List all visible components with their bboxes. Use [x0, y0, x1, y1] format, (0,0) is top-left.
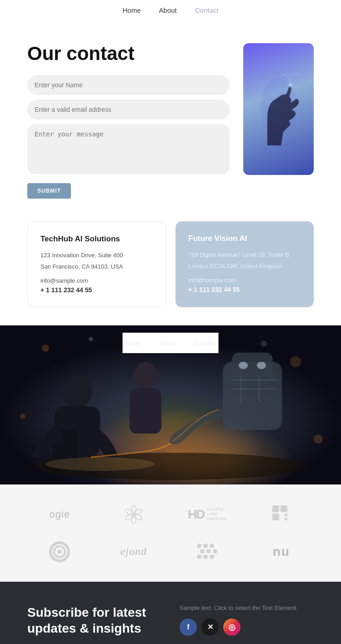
- hero-nav-about[interactable]: About: [159, 339, 177, 347]
- footer: Subscribe for latest updates & insights …: [0, 582, 341, 644]
- hero-section: Home About Contact: [0, 325, 341, 484]
- svg-point-19: [239, 362, 248, 369]
- submit-button[interactable]: SUBMIT: [27, 183, 71, 199]
- svg-point-15: [134, 362, 157, 389]
- logo-dots: [196, 542, 219, 561]
- footer-left: Subscribe for latest updates & insights …: [27, 604, 161, 644]
- logo-ejond: ejond: [120, 545, 147, 558]
- svg-rect-40: [272, 514, 279, 520]
- svg-point-31: [45, 457, 155, 471]
- card1-phone: + 1 111 232 44 55: [40, 286, 92, 294]
- svg-point-36: [125, 512, 135, 521]
- social-twitter[interactable]: ✕: [201, 619, 219, 636]
- tech-hand-icon: [258, 73, 299, 145]
- name-input[interactable]: [27, 75, 230, 95]
- contact-section: Our contact SUBMIT: [0, 20, 341, 217]
- logo-ogie: ogie: [49, 509, 70, 520]
- svg-rect-38: [272, 505, 279, 512]
- social-facebook[interactable]: f: [180, 619, 197, 636]
- svg-point-27: [20, 414, 25, 419]
- hero-nav-home[interactable]: Home: [123, 339, 141, 347]
- svg-point-7: [282, 74, 284, 76]
- card-techhub: TechHub AI Solutions 123 Innovation Driv…: [27, 221, 166, 307]
- svg-point-6: [296, 74, 298, 76]
- svg-rect-39: [281, 505, 287, 512]
- email-input[interactable]: [27, 100, 230, 120]
- social-icons: f ✕ ◎: [180, 619, 314, 636]
- nav-contact[interactable]: Contact: [195, 6, 219, 14]
- card2-email: info@sample.com: [188, 277, 301, 284]
- card-futurevision: Future Vision AI 789 Digital Avenue? Lev…: [176, 221, 314, 307]
- svg-rect-16: [130, 388, 161, 434]
- logo-brighto: [270, 503, 293, 526]
- footer-right: Sample text. Click to select the Text El…: [180, 604, 314, 644]
- svg-rect-41: [285, 514, 287, 516]
- instagram-icon: ◎: [228, 622, 236, 632]
- svg-point-12: [63, 374, 92, 409]
- footer-right-text: Sample text. Click to select the Text El…: [180, 604, 314, 611]
- contact-title: Our contact: [27, 43, 230, 64]
- svg-point-26: [290, 356, 301, 367]
- logo-rings: [48, 540, 71, 564]
- card1-address2: San Francisco, CA 94103, USA: [40, 262, 153, 272]
- svg-point-28: [314, 434, 323, 444]
- svg-point-49: [200, 549, 205, 554]
- svg-point-29: [89, 337, 93, 341]
- nav-home[interactable]: Home: [123, 6, 141, 14]
- card1-email: info@sample.com: [40, 277, 153, 284]
- svg-point-51: [213, 549, 217, 554]
- cards-section: TechHub AI Solutions 123 Innovation Driv…: [0, 217, 341, 325]
- svg-point-50: [206, 549, 211, 554]
- nav-about[interactable]: About: [159, 6, 177, 14]
- svg-rect-42: [285, 518, 287, 520]
- contact-image-area: [243, 43, 314, 199]
- svg-point-54: [210, 554, 214, 559]
- svg-point-37: [125, 508, 135, 516]
- contact-hero-image: [243, 43, 314, 175]
- svg-point-46: [197, 544, 201, 548]
- logo-flower: [122, 503, 145, 526]
- card2-address1: 789 Digital Avenue? Level 10, Tower B: [188, 250, 301, 260]
- logo-hd: HD HOLISTICLIFESDIRECTION: [188, 507, 227, 522]
- svg-point-47: [203, 544, 208, 548]
- message-input[interactable]: [27, 124, 230, 174]
- logo-nu: nu: [273, 544, 290, 559]
- card1-address1: 123 Innovation Drive, Suite 400: [40, 251, 153, 260]
- social-instagram[interactable]: ◎: [223, 619, 241, 636]
- card2-phone: + 1 111 232 44 55: [188, 286, 240, 293]
- hero-nav-contact[interactable]: Contact: [195, 339, 219, 347]
- card1-title: TechHub AI Solutions: [40, 235, 153, 244]
- svg-point-45: [57, 549, 62, 554]
- svg-point-20: [257, 362, 266, 369]
- svg-point-30: [261, 340, 267, 347]
- footer-title: Subscribe for latest updates & insights: [27, 604, 161, 636]
- card2-address2: London EC2A 3JR, United Kingdom: [188, 262, 301, 271]
- logos-section: ogie HD HOLISTICLIFESDIRECTION: [0, 484, 341, 582]
- svg-point-2: [289, 84, 292, 86]
- hero-nav: Home About Contact: [123, 333, 219, 353]
- facebook-icon: f: [187, 623, 189, 631]
- svg-point-25: [42, 344, 49, 352]
- contact-form-area: Our contact SUBMIT: [27, 43, 230, 199]
- twitter-icon: ✕: [207, 623, 213, 631]
- svg-point-53: [203, 554, 208, 559]
- svg-point-52: [197, 554, 201, 559]
- card2-title: Future Vision AI: [188, 234, 301, 243]
- svg-point-48: [210, 544, 214, 548]
- footer-top: Subscribe for latest updates & insights …: [27, 604, 314, 644]
- main-nav: Home About Contact: [0, 0, 341, 20]
